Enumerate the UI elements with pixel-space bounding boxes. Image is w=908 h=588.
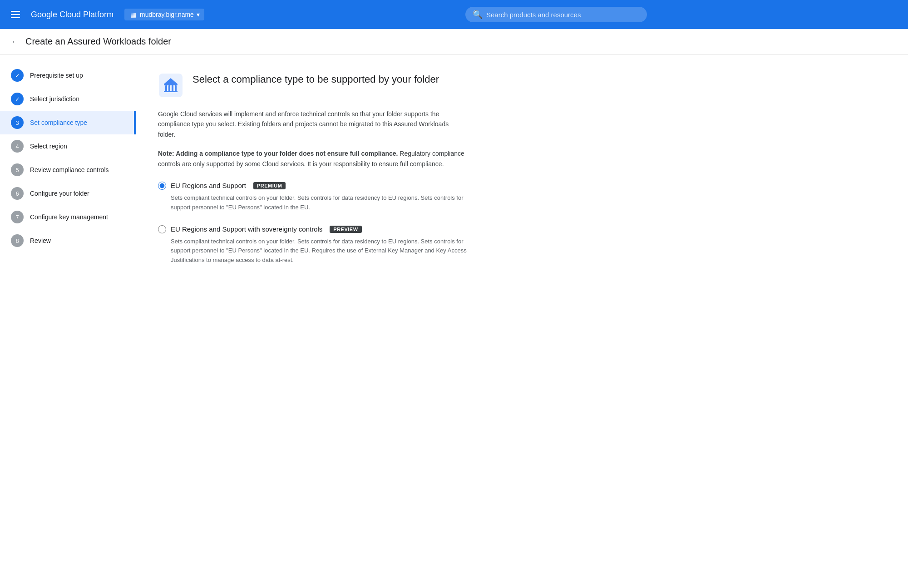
step-label-1: Prerequisite set up <box>30 72 83 79</box>
step-label-2: Select jurisdiction <box>30 95 79 103</box>
project-icon: ▦ <box>129 10 137 19</box>
step-circle-7: 7 <box>11 211 24 223</box>
step-circle-2: ✓ <box>11 93 24 105</box>
search-icon: 🔍 <box>473 10 483 20</box>
svg-rect-2 <box>168 85 170 92</box>
content-description: Google Cloud services will implement and… <box>158 109 467 139</box>
step-circle-5: 5 <box>11 163 24 176</box>
sidebar-step-2[interactable]: ✓Select jurisdiction <box>0 87 136 111</box>
sidebar-step-1[interactable]: ✓Prerequisite set up <box>0 64 136 87</box>
sidebar-step-5[interactable]: 5Review compliance controls <box>0 158 136 182</box>
main-layout: ✓Prerequisite set up✓Select jurisdiction… <box>0 54 908 584</box>
page-title: Create an Assured Workloads folder <box>25 36 171 47</box>
svg-rect-6 <box>164 84 178 85</box>
compliance-options: EU Regions and SupportPREMIUMSets compli… <box>158 182 886 265</box>
radio-input-1[interactable] <box>158 182 166 190</box>
top-navigation: Google Cloud Platform ▦ mudbray.bigr.nam… <box>0 0 908 29</box>
radio-label-1[interactable]: EU Regions and SupportPREMIUM <box>158 182 467 190</box>
sidebar-step-6[interactable]: 6Configure your folder <box>0 182 136 205</box>
step-circle-1: ✓ <box>11 69 24 82</box>
sidebar-step-4[interactable]: 4Select region <box>0 134 136 158</box>
search-box[interactable]: 🔍 <box>465 7 647 22</box>
svg-rect-3 <box>172 85 173 92</box>
badge-preview: PREVIEW <box>330 226 361 233</box>
sidebar-step-8[interactable]: 8Review <box>0 229 136 252</box>
sidebar-step-7[interactable]: 7Configure key management <box>0 205 136 229</box>
content-note: Note: Adding a compliance type to your f… <box>158 148 467 169</box>
radio-option-2: EU Regions and Support with sovereignty … <box>158 225 467 265</box>
svg-rect-4 <box>175 85 177 92</box>
sidebar-step-3[interactable]: 3Set compliance type <box>0 111 136 134</box>
note-bold: Note: Adding a compliance type to your f… <box>158 150 398 157</box>
step-label-4: Select region <box>30 143 67 150</box>
radio-label-2[interactable]: EU Regions and Support with sovereignty … <box>158 225 467 233</box>
app-logo: Google Cloud Platform <box>31 10 114 20</box>
radio-text-2: EU Regions and Support with sovereignty … <box>171 225 322 233</box>
step-label-8: Review <box>30 237 51 244</box>
step-circle-8: 8 <box>11 234 24 247</box>
step-label-3: Set compliance type <box>30 119 87 126</box>
step-circle-4: 4 <box>11 140 24 153</box>
step-label-7: Configure key management <box>30 213 108 221</box>
radio-desc-2: Sets compliant technical controls on you… <box>158 237 467 265</box>
project-name: mudbray.bigr.name <box>140 11 194 18</box>
radio-desc-1: Sets compliant technical controls on you… <box>158 193 467 212</box>
step-label-5: Review compliance controls <box>30 166 109 173</box>
content-header: Select a compliance type to be supported… <box>158 73 886 98</box>
radio-option-1: EU Regions and SupportPREMIUMSets compli… <box>158 182 467 212</box>
hamburger-menu[interactable] <box>7 7 24 22</box>
compliance-icon <box>158 73 183 98</box>
svg-rect-5 <box>164 91 178 92</box>
project-selector[interactable]: ▦ mudbray.bigr.name ▾ <box>124 9 204 20</box>
sidebar: ✓Prerequisite set up✓Select jurisdiction… <box>0 54 136 584</box>
radio-text-1: EU Regions and Support <box>171 182 246 189</box>
project-dropdown-icon: ▾ <box>197 11 200 18</box>
step-label-6: Configure your folder <box>30 190 89 197</box>
search-input[interactable] <box>486 11 640 19</box>
radio-input-2[interactable] <box>158 225 166 233</box>
content-title: Select a compliance type to be supported… <box>192 73 439 87</box>
page-header: ← Create an Assured Workloads folder <box>0 29 908 54</box>
svg-rect-1 <box>165 85 167 92</box>
step-circle-6: 6 <box>11 187 24 200</box>
step-circle-3: 3 <box>11 116 24 129</box>
content-area: Select a compliance type to be supported… <box>136 54 908 584</box>
back-button[interactable]: ← <box>11 36 20 47</box>
search-area: 🔍 <box>212 7 901 22</box>
badge-premium: PREMIUM <box>253 182 286 189</box>
